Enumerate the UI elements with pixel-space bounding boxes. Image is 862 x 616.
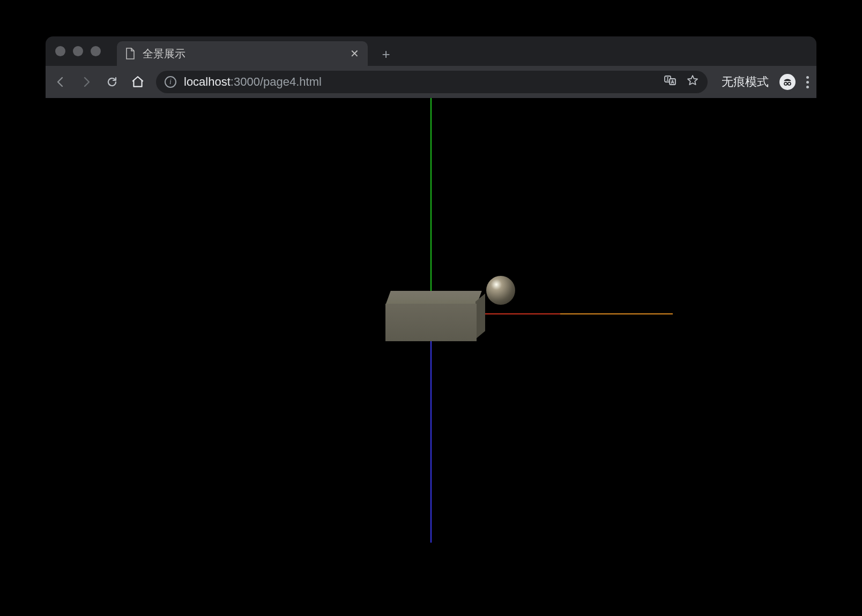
svg-point-3 xyxy=(788,82,791,85)
sphere-object xyxy=(486,276,515,305)
close-tab-button[interactable]: ✕ xyxy=(350,47,359,60)
toolbar: i localhost:3000/page4.html 无痕模式 xyxy=(46,66,816,98)
bookmark-star-icon[interactable] xyxy=(686,74,699,90)
translate-icon[interactable] xyxy=(664,74,677,90)
url-text: localhost:3000/page4.html xyxy=(184,75,322,89)
window-controls xyxy=(55,36,112,66)
tab-title: 全景展示 xyxy=(143,47,343,61)
svg-point-2 xyxy=(784,82,787,85)
axis-z xyxy=(430,323,432,543)
url-path: :3000/page4.html xyxy=(231,75,322,88)
forward-button[interactable] xyxy=(79,74,94,89)
scene xyxy=(46,98,816,562)
browser-menu-button[interactable] xyxy=(806,76,809,88)
browser-window: 全景展示 ✕ + i localhost:3000/page4.html xyxy=(46,36,816,562)
home-button[interactable] xyxy=(130,74,145,89)
webgl-viewport[interactable] xyxy=(46,98,816,562)
new-tab-button[interactable]: + xyxy=(376,44,396,64)
tab-bar: 全景展示 ✕ + xyxy=(46,36,816,66)
axis-y xyxy=(430,98,432,302)
site-info-icon[interactable]: i xyxy=(165,76,176,88)
window-zoom-button[interactable] xyxy=(91,46,101,56)
document-icon xyxy=(125,48,135,59)
browser-tab[interactable]: 全景展示 ✕ xyxy=(117,41,368,66)
desktop-background: 全景展示 ✕ + i localhost:3000/page4.html xyxy=(0,0,862,616)
url-host: localhost xyxy=(184,75,231,88)
window-minimize-button[interactable] xyxy=(73,46,83,56)
address-bar[interactable]: i localhost:3000/page4.html xyxy=(156,71,708,93)
axis-x-far xyxy=(560,313,673,314)
back-button[interactable] xyxy=(53,74,68,89)
window-close-button[interactable] xyxy=(55,46,65,56)
reload-button[interactable] xyxy=(105,74,120,89)
incognito-icon[interactable] xyxy=(779,74,796,90)
incognito-label: 无痕模式 xyxy=(722,74,769,90)
